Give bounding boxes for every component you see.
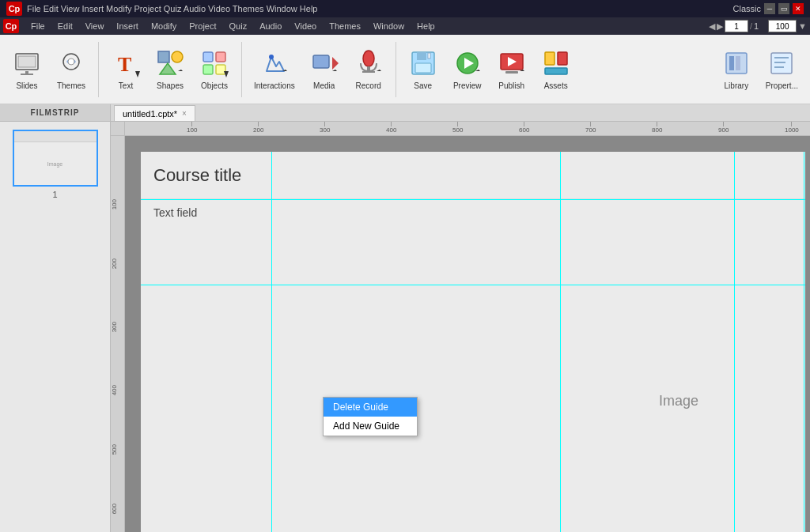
menu-edit[interactable]: Edit [52, 20, 78, 32]
slides-icon [12, 48, 42, 78]
menu-window[interactable]: Window [368, 20, 410, 32]
title-bar-title: File Edit View Insert Modify Project Qui… [27, 4, 317, 13]
menu-view[interactable]: View [80, 20, 110, 32]
menu-modify[interactable]: Modify [146, 20, 182, 32]
tab-close-button[interactable]: × [182, 109, 187, 118]
menu-video[interactable]: Video [289, 20, 322, 32]
menu-quiz[interactable]: Quiz [224, 20, 253, 32]
guide-v-2[interactable] [560, 152, 561, 532]
properties-button[interactable]: Propert... [760, 39, 804, 100]
interactions-button[interactable]: Interactions [248, 39, 301, 100]
title-bar-controls: Classic ─ ▭ ✕ [733, 3, 804, 14]
guide-v-3[interactable] [734, 152, 735, 532]
svg-text:T: T [118, 53, 131, 76]
app-logo: Cp [6, 2, 22, 16]
toolbar: Slides Themes T Text [0, 35, 810, 104]
ruler-v-mark-400: 400 [111, 385, 118, 395]
svg-marker-21 [332, 70, 337, 71]
publish-button[interactable]: Publish [491, 39, 532, 100]
ruler-h-mark-500: 500 [452, 122, 463, 134]
svg-rect-35 [505, 71, 518, 74]
slides-button[interactable]: Slides [6, 39, 47, 100]
svg-rect-27 [417, 52, 426, 60]
context-menu-delete-guide[interactable]: Delete Guide [324, 398, 417, 417]
text-icon: T [111, 48, 141, 78]
menu-bar: Cp File Edit View Insert Modify Project … [0, 17, 810, 35]
filmstrip-header: FILMSTRIP [0, 104, 110, 122]
media-button[interactable]: Media [304, 39, 345, 100]
menu-audio[interactable]: Audio [254, 20, 287, 32]
preview-button[interactable]: Preview [447, 39, 488, 100]
media-label: Media [313, 81, 335, 90]
preview-label: Preview [453, 81, 482, 90]
objects-button[interactable]: Objects [194, 39, 235, 100]
nav-prev-icon[interactable]: ◀ [709, 21, 715, 32]
document-area: untitled1.cptx* × 100 200 300 [111, 104, 810, 532]
ruler-v-mark-300: 300 [111, 322, 118, 332]
svg-point-9 [172, 51, 183, 62]
canvas-area[interactable]: 100 200 300 400 500 600 [111, 122, 810, 532]
svg-rect-29 [428, 53, 430, 58]
menu-insert[interactable]: Insert [111, 20, 144, 32]
ruler-vertical: 100 200 300 400 500 600 [111, 136, 125, 532]
menu-file[interactable]: File [25, 20, 51, 32]
page-number-input[interactable] [725, 20, 748, 32]
shapes-icon [155, 48, 185, 78]
slide-content: Course title Text field Image Footer tex… [141, 152, 805, 532]
svg-rect-19 [313, 55, 329, 68]
themes-label: Themes [57, 81, 85, 90]
svg-rect-15 [216, 65, 225, 74]
zoom-input[interactable] [768, 20, 797, 32]
text-button[interactable]: T Text [105, 39, 146, 100]
zoom-dropdown-icon[interactable]: ▼ [798, 21, 807, 31]
filmstrip-panel: FILMSTRIP Image 1 [0, 104, 111, 532]
slide-top-zone: Course title [141, 152, 805, 199]
library-icon [721, 48, 751, 78]
menu-project[interactable]: Project [184, 20, 221, 32]
sep1 [98, 42, 99, 97]
media-icon [309, 48, 339, 78]
svg-point-5 [68, 58, 74, 65]
ruler-horizontal: 100 200 300 400 500 600 [125, 122, 810, 136]
ruler-v-mark-600: 600 [111, 504, 118, 514]
shapes-label: Shapes [157, 81, 184, 90]
svg-marker-25 [377, 70, 381, 71]
record-button[interactable]: Record [348, 39, 389, 100]
menu-themes[interactable]: Themes [324, 20, 366, 32]
svg-rect-8 [158, 51, 169, 62]
context-menu-add-guide[interactable]: Add New Guide [324, 417, 417, 436]
save-icon [408, 48, 438, 78]
svg-rect-12 [203, 52, 213, 62]
thumb-content: Image [14, 142, 97, 185]
record-label: Record [356, 81, 381, 90]
library-button[interactable]: Library [716, 39, 757, 100]
guide-v-1[interactable] [271, 152, 272, 532]
menu-help[interactable]: Help [411, 20, 441, 32]
document-tab[interactable]: untitled1.cptx* × [114, 105, 195, 121]
guide-h-2[interactable] [141, 285, 805, 285]
restore-button[interactable]: ▭ [778, 3, 789, 14]
svg-rect-38 [558, 52, 567, 65]
title-bar: Cp File Edit View Insert Modify Project … [0, 0, 810, 17]
ruler-h-mark-900: 900 [718, 122, 729, 134]
slide-thumbnail-container: Image 1 [0, 122, 110, 207]
svg-point-17 [269, 55, 274, 59]
text-field-element: Text field [141, 203, 210, 222]
publish-label: Publish [498, 81, 524, 90]
minimize-button[interactable]: ─ [764, 3, 775, 14]
slide-thumbnail[interactable]: Image [13, 130, 98, 187]
guide-v-4[interactable] [804, 152, 804, 532]
assets-button[interactable]: Assets [536, 39, 577, 100]
themes-button[interactable]: Themes [51, 39, 92, 100]
svg-rect-2 [25, 71, 28, 74]
nav-next-icon[interactable]: ▶ [717, 21, 723, 32]
thumb-title-bar [14, 131, 97, 142]
record-icon [354, 48, 384, 78]
close-button[interactable]: ✕ [793, 3, 804, 14]
shapes-button[interactable]: Shapes [150, 39, 191, 100]
publish-icon [497, 48, 527, 78]
svg-rect-1 [18, 56, 36, 67]
interactions-icon [259, 48, 290, 78]
guide-h-1[interactable] [141, 199, 805, 200]
save-button[interactable]: Save [403, 39, 444, 100]
